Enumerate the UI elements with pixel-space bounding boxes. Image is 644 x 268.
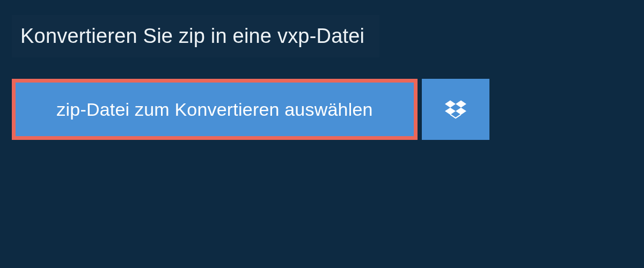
page-title: Konvertieren Sie zip in eine vxp-Datei bbox=[20, 25, 364, 47]
title-bar: Konvertieren Sie zip in eine vxp-Datei bbox=[12, 15, 379, 57]
select-file-label: zip-Datei zum Konvertieren auswählen bbox=[56, 99, 372, 120]
dropbox-button[interactable] bbox=[422, 79, 489, 140]
converter-panel: Konvertieren Sie zip in eine vxp-Datei z… bbox=[0, 0, 644, 155]
action-row: zip-Datei zum Konvertieren auswählen bbox=[12, 79, 489, 140]
dropbox-icon bbox=[445, 99, 466, 120]
select-file-button[interactable]: zip-Datei zum Konvertieren auswählen bbox=[12, 79, 418, 140]
